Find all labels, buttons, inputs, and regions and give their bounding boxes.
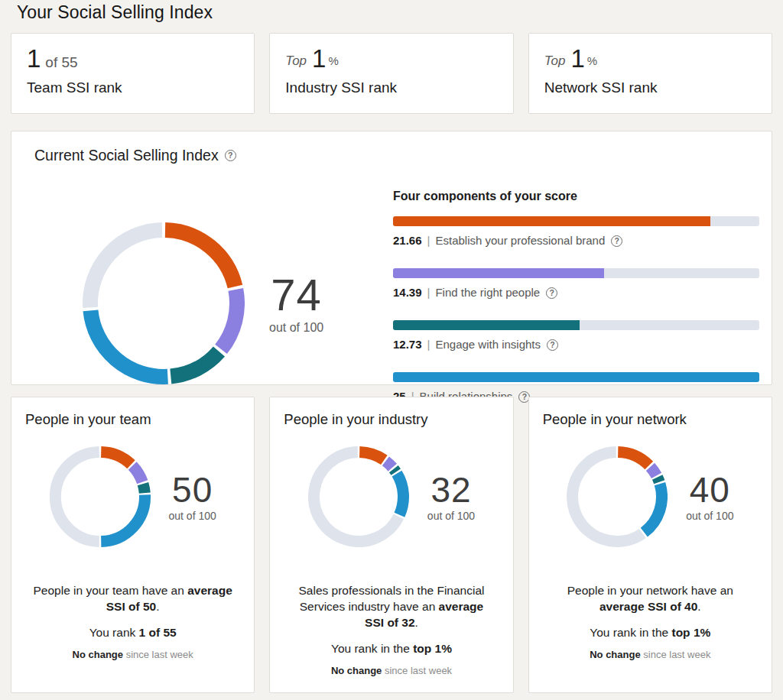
network-rank-card: Top 1 % Network SSI rank [528, 33, 772, 114]
team-rank-value: 1 of 55 [27, 45, 239, 73]
page-title: Your Social Selling Index [11, 0, 772, 33]
separator: | [427, 233, 430, 248]
current-ssi-card: Current Social Selling Index ? 74 out of… [11, 131, 772, 385]
network-score-caption: out of 100 [686, 510, 733, 522]
network-rank-suffix: % [587, 54, 597, 67]
peer-comparison-row: People in your team 50 out of 100 People… [11, 397, 772, 693]
network-score: 40 [686, 472, 733, 508]
industry-description: Sales professionals in the Financial Ser… [290, 582, 493, 630]
bar-track [393, 216, 759, 226]
network-rank-number: 1 [570, 45, 584, 73]
bar-fill-engage-insights [393, 320, 580, 330]
team-donut-chart [50, 446, 151, 547]
team-rank-suffix: of 55 [45, 54, 77, 71]
component-find-people: 14.39 | Find the right people ? [393, 268, 759, 300]
bar-fill-find-people [393, 268, 604, 278]
ssi-dashboard: Your Social Selling Index 1 of 55 Team S… [0, 0, 783, 693]
component-value: 14.39 [393, 285, 422, 300]
component-value: 12.73 [393, 337, 422, 352]
network-rank-prefix: Top [544, 53, 566, 69]
ssi-gauge-area: 74 out of 100 [24, 172, 393, 424]
ssi-donut-chart [83, 222, 245, 384]
separator: | [427, 337, 430, 352]
team-score: 50 [169, 472, 216, 508]
help-icon[interactable]: ? [546, 287, 557, 299]
component-label: Establish your professional brand [435, 233, 605, 248]
bar-track [393, 372, 759, 382]
components-title: Four components of your score [393, 190, 759, 203]
network-description: People in your network have an average S… [548, 582, 752, 614]
industry-change-line: No change since last week [284, 665, 499, 676]
team-ssi-card: People in your team 50 out of 100 People… [11, 397, 255, 693]
help-icon[interactable]: ? [611, 235, 622, 247]
network-rank-line: You rank in the top 1% [543, 626, 758, 640]
industry-rank-suffix: % [328, 54, 338, 67]
industry-donut-chart [308, 446, 409, 547]
component-label: Engage with insights [435, 337, 541, 352]
network-change-line: No change since last week [543, 649, 758, 660]
team-description: People in your team have an average SSI … [31, 582, 235, 614]
team-change-line: No change since last week [25, 649, 240, 660]
network-card-title: People in your network [543, 411, 758, 428]
team-rank-number: 1 [27, 45, 41, 73]
team-card-title: People in your team [25, 411, 240, 428]
bar-track [393, 268, 759, 278]
component-value: 21.66 [393, 233, 422, 248]
industry-ssi-card: People in your industry 32 out of 100 Sa… [269, 397, 513, 693]
separator: | [427, 285, 430, 300]
team-rank-line: You rank 1 of 55 [25, 626, 240, 640]
component-establish-brand: 21.66 | Establish your professional bran… [393, 216, 759, 248]
industry-score: 32 [427, 472, 475, 508]
team-rank-label: Team SSI rank [27, 79, 239, 96]
bar-track [393, 320, 759, 330]
network-rank-value: Top 1 % [544, 45, 756, 73]
component-label: Find the right people [435, 285, 540, 300]
industry-rank-value: Top 1 % [285, 45, 497, 73]
team-rank-card: 1 of 55 Team SSI rank [11, 33, 255, 114]
team-score-caption: out of 100 [169, 510, 216, 522]
rank-summary-row: 1 of 55 Team SSI rank Top 1 % Industry S… [11, 33, 772, 114]
industry-rank-label: Industry SSI rank [285, 79, 497, 96]
help-icon[interactable]: ? [225, 150, 236, 161]
network-donut-chart [567, 446, 668, 547]
network-ssi-card: People in your network 40 out of 100 Peo… [528, 397, 772, 693]
component-engage-insights: 12.73 | Engage with insights ? [393, 320, 759, 352]
current-ssi-title: Current Social Selling Index [34, 147, 219, 164]
help-icon[interactable]: ? [547, 339, 558, 351]
ssi-score: 74 [269, 272, 323, 319]
industry-rank-line: You rank in the top 1% [284, 642, 499, 656]
network-rank-label: Network SSI rank [544, 79, 756, 96]
industry-card-title: People in your industry [284, 411, 499, 428]
industry-rank-card: Top 1 % Industry SSI rank [269, 33, 513, 114]
industry-rank-number: 1 [312, 45, 326, 73]
industry-rank-prefix: Top [285, 53, 307, 69]
score-components: Four components of your score 21.66 | Es… [393, 172, 759, 424]
bar-fill-build-relationships [393, 372, 759, 382]
ssi-score-caption: out of 100 [269, 321, 323, 335]
industry-score-caption: out of 100 [427, 510, 475, 522]
bar-fill-establish-brand [393, 216, 710, 226]
